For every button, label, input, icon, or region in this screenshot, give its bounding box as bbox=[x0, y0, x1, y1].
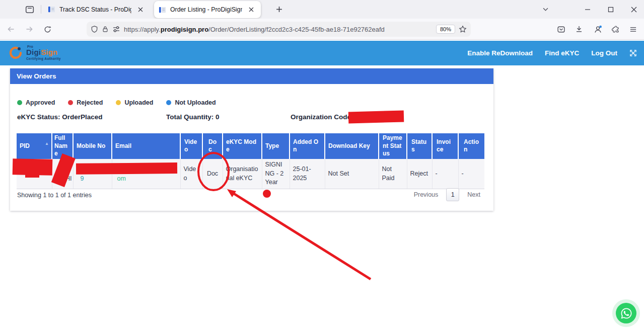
tab-separator bbox=[41, 5, 41, 14]
table-header-row: PID▲ Full Name Mobile No Email Video Doc… bbox=[17, 133, 484, 159]
page-favicon bbox=[159, 6, 166, 14]
browser-titlebar: Track DSC Status - ProDigiSign Order Lis… bbox=[0, 0, 644, 19]
close-icon bbox=[631, 7, 637, 13]
panel-title: View Orders bbox=[10, 68, 493, 84]
header-nav: Enable ReDownload Find eKYC Log Out bbox=[467, 41, 637, 65]
not-uploaded-dot-icon bbox=[166, 100, 171, 105]
download-icon bbox=[575, 25, 583, 33]
menu-button[interactable] bbox=[625, 22, 640, 37]
cell-mobile-no: 9 bbox=[73, 159, 112, 189]
hamburger-menu-icon bbox=[629, 26, 637, 33]
legend-not-uploaded: Not Uploaded bbox=[166, 99, 216, 106]
organization-code: Organization Code: bbox=[291, 113, 353, 121]
maximize-button[interactable] bbox=[602, 0, 619, 19]
col-header-status[interactable]: Status bbox=[407, 133, 432, 159]
list-all-tabs-button[interactable] bbox=[537, 0, 554, 19]
url-bar[interactable]: https://apply.prodigisign.pro/Order/Orde… bbox=[87, 22, 471, 37]
entries-summary: Showing 1 to 1 of 1 entries bbox=[17, 192, 92, 199]
firefox-view-button[interactable] bbox=[22, 2, 37, 17]
col-header-action[interactable]: Action bbox=[458, 133, 484, 159]
forward-button[interactable] bbox=[22, 22, 37, 37]
permissions-icon[interactable] bbox=[112, 25, 120, 33]
screen: Track DSC Status - ProDigiSign Order Lis… bbox=[0, 0, 644, 330]
bookmark-star-icon[interactable] bbox=[459, 25, 467, 33]
nav-log-out[interactable]: Log Out bbox=[591, 49, 617, 57]
sort-ascending-icon: ▲ bbox=[45, 141, 49, 146]
close-window-button[interactable] bbox=[625, 0, 642, 19]
tab-close-icon[interactable] bbox=[135, 5, 146, 15]
nav-enable-redownload[interactable]: Enable ReDownload bbox=[467, 49, 533, 57]
account-button[interactable] bbox=[590, 22, 605, 37]
col-header-doc[interactable]: Doc bbox=[202, 133, 223, 159]
col-header-full-name[interactable]: Full Name bbox=[52, 133, 73, 159]
cell-ekyc-mode: Organisational eKYC bbox=[223, 159, 262, 189]
reload-icon bbox=[44, 26, 51, 33]
col-header-type[interactable]: Type bbox=[262, 133, 290, 159]
extensions-button[interactable] bbox=[608, 22, 623, 37]
tab-order-listing[interactable]: Order Listing - ProDigiSign bbox=[154, 1, 261, 18]
tab-track-dsc-status[interactable]: Track DSC Status - ProDigiSign bbox=[43, 0, 150, 19]
fullscreen-icon[interactable] bbox=[629, 49, 637, 57]
tab-title: Track DSC Status - ProDigiSign bbox=[59, 6, 131, 13]
col-header-video[interactable]: Video bbox=[180, 133, 202, 159]
forward-arrow-icon bbox=[25, 25, 33, 33]
order-row: ATIJOSHI 9 om Video Doc Organisational e… bbox=[17, 159, 484, 189]
minimize-button[interactable] bbox=[579, 0, 596, 19]
page-number-button[interactable]: 1 bbox=[446, 188, 459, 201]
cell-email[interactable]: om bbox=[112, 159, 180, 189]
cell-status: Reject bbox=[407, 159, 432, 189]
new-tab-button[interactable] bbox=[272, 3, 286, 16]
col-header-download-key[interactable]: Download Key bbox=[325, 133, 379, 159]
col-header-payment-status[interactable]: Payment Status bbox=[379, 133, 407, 159]
nav-find-ekyc[interactable]: Find eKYC bbox=[545, 49, 579, 57]
ekyc-status: eKYC Status: OrderPlaced bbox=[17, 113, 103, 121]
col-header-ekyc-mode[interactable]: eKYC Mode bbox=[223, 133, 262, 159]
tab-title: Order Listing - ProDigiSign bbox=[170, 6, 242, 13]
back-arrow-icon bbox=[7, 25, 15, 33]
total-quantity: Total Quantity: 0 bbox=[166, 113, 220, 121]
doc-link[interactable]: Doc bbox=[202, 159, 223, 189]
video-link[interactable]: Video bbox=[180, 159, 202, 189]
next-page-button[interactable]: Next bbox=[467, 191, 480, 198]
previous-page-button[interactable]: Previous bbox=[414, 191, 439, 198]
chevron-down-icon bbox=[542, 6, 549, 13]
plus-icon bbox=[276, 6, 282, 13]
cell-invoice: - bbox=[432, 159, 458, 189]
status-legend: Approved Rejected Uploaded Not Uploaded bbox=[17, 99, 216, 106]
back-button[interactable] bbox=[4, 22, 19, 37]
lock-icon[interactable] bbox=[102, 26, 109, 33]
rejected-dot-icon bbox=[68, 100, 73, 105]
pocket-button[interactable] bbox=[553, 22, 568, 37]
col-header-mobile-no[interactable]: Mobile No bbox=[73, 133, 112, 159]
col-header-email[interactable]: Email bbox=[112, 133, 180, 159]
pagination: Previous 1 Next bbox=[414, 188, 480, 201]
url-text: https://apply.prodigisign.pro/Order/Orde… bbox=[124, 26, 433, 33]
cell-pid bbox=[17, 159, 52, 189]
whatsapp-chat-button[interactable] bbox=[616, 303, 636, 323]
tracking-shield-icon[interactable] bbox=[91, 26, 98, 33]
orders-table: PID▲ Full Name Mobile No Email Video Doc… bbox=[17, 133, 484, 189]
tab-close-icon[interactable] bbox=[246, 5, 256, 15]
cell-full-name: ATIJOSHI bbox=[52, 159, 73, 189]
approved-dot-icon bbox=[17, 100, 22, 105]
cell-payment-status: Not Paid bbox=[379, 159, 407, 189]
cell-action: - bbox=[458, 159, 484, 189]
view-orders-panel: View Orders Approved Rejected Uploaded N… bbox=[10, 68, 493, 211]
cell-type: SIGNING - 2 Year bbox=[262, 159, 290, 189]
downloads-button[interactable] bbox=[571, 22, 587, 37]
col-header-invoice[interactable]: Invoice bbox=[432, 133, 458, 159]
zoom-level-badge[interactable]: 80% bbox=[436, 25, 455, 34]
reload-button[interactable] bbox=[40, 22, 55, 37]
prodigisign-logo[interactable]: Pro DigiSign Certifying Authority bbox=[8, 45, 61, 61]
page-favicon bbox=[48, 6, 55, 13]
col-header-pid[interactable]: PID▲ bbox=[17, 133, 52, 159]
site-header: Pro DigiSign Certifying Authority Enable… bbox=[0, 41, 644, 65]
col-header-added-on[interactable]: Added On bbox=[290, 133, 325, 159]
legend-approved: Approved bbox=[17, 99, 55, 106]
maximize-icon bbox=[608, 7, 614, 13]
minimize-icon bbox=[585, 7, 591, 13]
whatsapp-icon bbox=[620, 307, 632, 319]
cell-added-on: 25-01-2025 bbox=[290, 159, 325, 189]
legend-uploaded: Uploaded bbox=[116, 99, 153, 106]
account-icon bbox=[594, 25, 602, 34]
